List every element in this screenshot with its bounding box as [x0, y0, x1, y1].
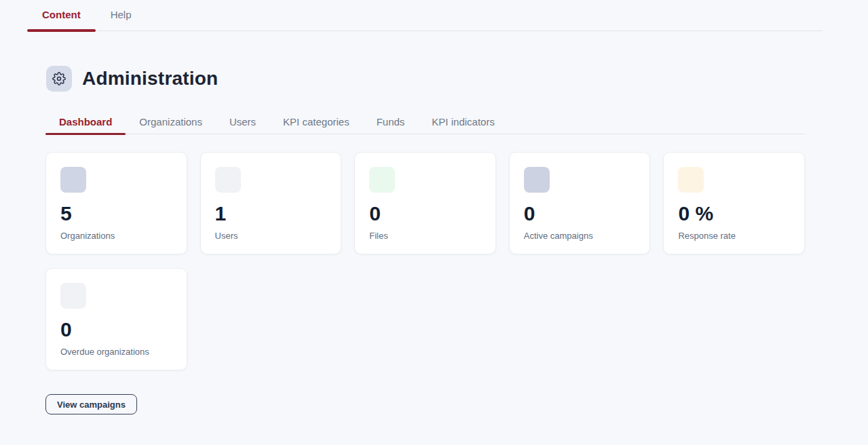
- stat-card-active-campaigns: 0 Active campaigns: [509, 152, 651, 254]
- stat-value: 0: [60, 320, 172, 340]
- stat-label: Files: [369, 231, 481, 241]
- stat-label: Users: [215, 231, 327, 241]
- stat-value: 5: [60, 204, 172, 224]
- stat-tile-icon: [60, 283, 86, 309]
- tab-help[interactable]: Help: [96, 0, 147, 31]
- view-campaigns-button[interactable]: View campaigns: [45, 394, 137, 414]
- stat-value: 0: [369, 204, 481, 224]
- stat-value: 1: [215, 204, 327, 224]
- top-tab-bar: Content Help: [27, 0, 823, 31]
- stat-card-response-rate: 0 % Response rate: [663, 152, 805, 254]
- stat-tile-icon: [369, 167, 395, 193]
- gear-icon: [46, 66, 72, 92]
- tab-dashboard[interactable]: Dashboard: [45, 111, 126, 134]
- stat-label: Organizations: [60, 231, 172, 241]
- tab-kpi-indicators[interactable]: KPI indicators: [418, 111, 508, 134]
- stat-card-files: 0 Files: [354, 152, 496, 254]
- tab-kpi-categories[interactable]: KPI categories: [269, 111, 363, 134]
- stat-label: Response rate: [678, 231, 790, 241]
- tab-funds[interactable]: Funds: [363, 111, 419, 134]
- stat-tile-icon: [215, 167, 241, 193]
- tab-organizations[interactable]: Organizations: [126, 111, 216, 134]
- stat-label: Active campaigns: [524, 231, 636, 241]
- admin-sub-tabs: Dashboard Organizations Users KPI catego…: [45, 111, 805, 134]
- tab-users[interactable]: Users: [216, 111, 269, 134]
- stat-tile-icon: [60, 167, 86, 193]
- stat-card-overdue-organizations: 0 Overdue organizations: [45, 268, 187, 370]
- stat-card-organizations: 5 Organizations: [45, 152, 187, 254]
- tab-content[interactable]: Content: [27, 0, 96, 31]
- stats-grid: 5 Organizations 1 Users 0 Files 0 Active…: [45, 152, 805, 370]
- stat-value: 0: [524, 204, 636, 224]
- page-title: Administration: [82, 68, 218, 90]
- stat-label: Overdue organizations: [60, 347, 172, 357]
- stat-value: 0 %: [678, 204, 790, 224]
- stat-card-users: 1 Users: [200, 152, 342, 254]
- stat-tile-icon: [678, 167, 704, 193]
- page-header: Administration: [46, 66, 868, 92]
- stat-tile-icon: [524, 167, 550, 193]
